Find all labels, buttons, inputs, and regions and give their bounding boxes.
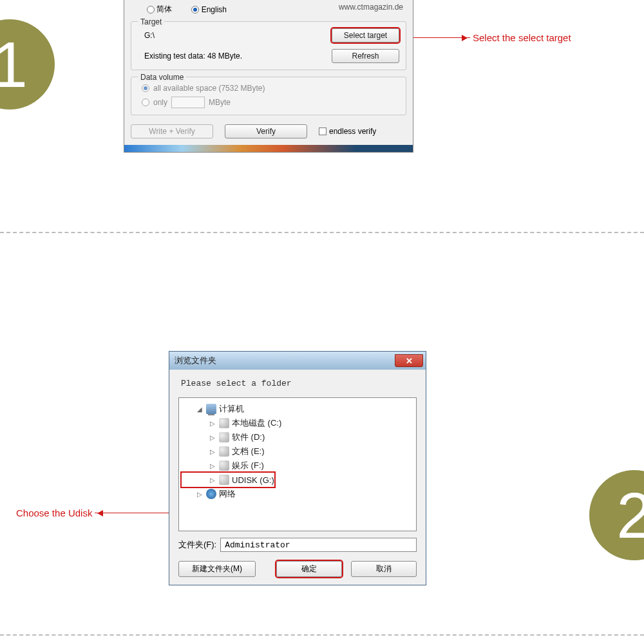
tree-label: UDISK (G:) xyxy=(232,475,274,485)
tree-node-drive-d[interactable]: ▷ 软件 (D:) xyxy=(182,430,413,444)
close-icon: ✕ xyxy=(406,356,413,366)
step-number: 2 xyxy=(616,478,644,553)
expand-icon[interactable]: ▷ xyxy=(210,462,216,469)
step-number: 1 xyxy=(0,28,28,102)
radio-label: all available space (7532 MByte) xyxy=(153,84,265,93)
tree-node-udisk-g[interactable]: ▷ UDISK (G:) xyxy=(182,473,274,487)
arrow-icon xyxy=(95,513,169,513)
folder-label: 文件夹(F): xyxy=(178,539,216,551)
tree-node-drive-f[interactable]: ▷ 娱乐 (F:) xyxy=(182,459,413,473)
button-label: Verify xyxy=(256,127,276,136)
window-title: 浏览文件夹 xyxy=(175,355,216,366)
browse-folder-window: 浏览文件夹 ✕ Please select a folder ◢ 计算机 ▷ 本… xyxy=(169,351,426,585)
unit-label: MByte xyxy=(209,98,231,107)
lang-simplified-radio[interactable]: 简体 xyxy=(147,4,172,15)
checkbox-icon xyxy=(319,128,327,135)
datavol-legend: Data volume xyxy=(138,73,186,82)
data-volume-fieldset: Data volume all available space (7532 MB… xyxy=(131,77,406,115)
lang-label: 简体 xyxy=(156,5,172,14)
button-label: 确定 xyxy=(301,564,317,573)
divider xyxy=(0,232,644,233)
tree-label: 本地磁盘 (C:) xyxy=(232,417,281,429)
radio-icon xyxy=(142,99,149,106)
expand-icon[interactable]: ▷ xyxy=(210,434,216,441)
only-radio[interactable]: only MByte xyxy=(142,97,399,108)
button-label: 取消 xyxy=(376,564,392,573)
annotation-choose-udisk: Choose the Udisk xyxy=(16,507,169,518)
only-mbyte-input[interactable] xyxy=(171,97,205,108)
button-label: Write + Verify xyxy=(149,127,194,136)
ok-button[interactable]: 确定 xyxy=(276,561,342,577)
tree-node-drive-e[interactable]: ▷ 文档 (E:) xyxy=(182,444,413,459)
expand-icon[interactable]: ▷ xyxy=(210,420,216,427)
endless-verify-checkbox[interactable]: endless verify xyxy=(319,127,376,136)
prompt-text: Please select a folder xyxy=(178,376,417,397)
radio-icon xyxy=(191,6,199,14)
target-fieldset: Target G:\ Select target Existing test d… xyxy=(131,21,406,70)
expand-icon[interactable]: ▷ xyxy=(210,448,216,455)
checkbox-label: endless verify xyxy=(329,127,376,136)
new-folder-button[interactable]: 新建文件夹(M) xyxy=(178,561,256,577)
button-label: Refresh xyxy=(352,52,379,61)
annotation-text: Choose the Udisk xyxy=(16,507,92,518)
all-space-radio[interactable]: all available space (7532 MByte) xyxy=(142,84,399,93)
collapse-icon[interactable]: ◢ xyxy=(197,406,204,413)
disk-icon xyxy=(219,475,229,485)
titlebar: 浏览文件夹 ✕ xyxy=(169,352,426,370)
expand-icon[interactable]: ▷ xyxy=(210,477,216,484)
verify-button[interactable]: Verify xyxy=(225,124,307,138)
tree-label: 网络 xyxy=(219,488,236,500)
tree-label: 计算机 xyxy=(219,403,244,415)
disk-icon xyxy=(219,460,229,471)
target-legend: Target xyxy=(138,17,164,26)
network-icon xyxy=(206,489,216,499)
select-target-button[interactable]: Select target xyxy=(332,28,399,43)
disk-icon xyxy=(219,432,229,442)
folder-tree[interactable]: ◢ 计算机 ▷ 本地磁盘 (C:) ▷ 软件 (D:) ▷ 文档 (E:) ▷ xyxy=(178,397,417,531)
radio-label: only xyxy=(153,98,167,107)
disk-icon xyxy=(219,418,229,428)
step-1-badge: 1 xyxy=(0,19,55,109)
lang-english-radio[interactable]: English xyxy=(191,5,227,14)
tree-label: 文档 (E:) xyxy=(232,446,265,457)
radio-icon xyxy=(147,6,155,14)
tree-label: 软件 (D:) xyxy=(232,431,265,443)
tree-node-drive-c[interactable]: ▷ 本地磁盘 (C:) xyxy=(182,416,413,430)
annotation-text: Select the select target xyxy=(473,32,571,43)
folder-name-input[interactable] xyxy=(220,538,417,552)
write-verify-button[interactable]: Write + Verify xyxy=(131,124,213,138)
h2testw-window: 简体 English www.ctmagazin.de Target G:\ S… xyxy=(124,0,413,153)
website-url: www.ctmagazin.de xyxy=(339,3,403,12)
tree-label: 娱乐 (F:) xyxy=(232,460,264,471)
tree-node-computer[interactable]: ◢ 计算机 xyxy=(182,402,413,416)
taskbar-strip xyxy=(124,145,413,152)
divider xyxy=(0,634,644,636)
disk-icon xyxy=(219,446,229,457)
annotation-select-target: Select the select target xyxy=(399,32,571,43)
step-2-badge: 2 xyxy=(589,470,644,560)
refresh-button[interactable]: Refresh xyxy=(332,49,399,63)
computer-icon xyxy=(206,404,216,414)
expand-icon[interactable]: ▷ xyxy=(197,491,204,498)
button-label: Select target xyxy=(344,31,387,40)
lang-label: English xyxy=(202,5,227,14)
existing-data-text: Existing test data: 48 MByte. xyxy=(138,52,242,61)
target-path: G:\ xyxy=(138,31,155,40)
close-button[interactable]: ✕ xyxy=(395,354,423,367)
button-label: 新建文件夹(M) xyxy=(192,564,242,573)
tree-node-network[interactable]: ▷ 网络 xyxy=(182,487,413,501)
cancel-button[interactable]: 取消 xyxy=(351,561,417,577)
radio-icon xyxy=(142,84,149,92)
